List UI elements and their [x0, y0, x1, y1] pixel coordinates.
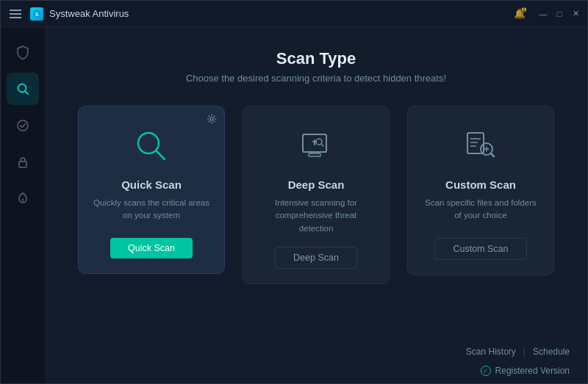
app-logo: S: [30, 7, 43, 21]
svg-text:S: S: [35, 12, 39, 17]
quick-scan-title: Quick Scan: [121, 178, 182, 191]
registered-icon: ✓: [481, 366, 491, 376]
svg-point-6: [210, 117, 213, 120]
minimize-button[interactable]: —: [537, 8, 549, 20]
footer-bottom: ✓ Registered Version: [45, 363, 587, 383]
svg-point-3: [18, 120, 28, 131]
quick-scan-button[interactable]: Quick Scan: [110, 238, 193, 258]
footer-divider: |: [523, 347, 526, 357]
quick-scan-card: Quick Scan Quickly scans the critical ar…: [78, 106, 225, 274]
sidebar-item-lock[interactable]: [7, 146, 39, 178]
deep-scan-title: Deep Scan: [288, 178, 345, 191]
svg-line-21: [491, 153, 494, 156]
app-title: Systweak Antivirus: [49, 8, 129, 19]
page-header: Scan Type Choose the desired scanning cr…: [45, 27, 587, 98]
custom-scan-button[interactable]: Custom Scan: [434, 238, 526, 260]
quick-scan-icon: [129, 124, 173, 168]
page-title: Scan Type: [45, 49, 587, 68]
page-subtitle: Choose the desired scanning criteria to …: [45, 73, 587, 84]
custom-scan-title: Custom Scan: [445, 178, 516, 191]
quick-scan-settings-icon[interactable]: [207, 114, 217, 124]
svg-point-1: [18, 84, 26, 93]
custom-scan-icon: [459, 124, 503, 168]
sidebar: [1, 27, 45, 383]
svg-line-2: [26, 92, 29, 95]
title-bar-right: 1 — □ ✕: [511, 5, 581, 23]
title-bar: S Systweak Antivirus 1 — □ ✕: [1, 1, 587, 27]
title-bar-left: S Systweak Antivirus: [7, 7, 129, 21]
svg-rect-11: [309, 153, 320, 156]
quick-scan-desc: Quickly scans the critical areas on your…: [93, 197, 209, 226]
deep-scan-card: Deep Scan Intensive scanning for compreh…: [243, 106, 390, 284]
deep-scan-desc: Intensive scanning for comprehensive thr…: [258, 197, 374, 235]
custom-scan-card: Custom Scan Scan specific files and fold…: [407, 106, 554, 275]
sidebar-item-boost[interactable]: [7, 183, 39, 215]
svg-line-15: [321, 144, 323, 146]
schedule-link[interactable]: Schedule: [533, 347, 570, 357]
content-area: Scan Type Choose the desired scanning cr…: [45, 27, 587, 383]
custom-scan-desc: Scan specific files and folders of your …: [423, 197, 539, 226]
sidebar-item-scan[interactable]: [7, 73, 39, 105]
notification-count: 1: [521, 7, 527, 12]
main-layout: Scan Type Choose the desired scanning cr…: [1, 27, 587, 383]
deep-scan-button[interactable]: Deep Scan: [275, 247, 357, 269]
content-footer: Scan History | Schedule: [45, 338, 587, 363]
scan-history-link[interactable]: Scan History: [466, 347, 516, 357]
svg-line-8: [156, 151, 165, 159]
sidebar-item-shield[interactable]: [7, 36, 39, 68]
close-button[interactable]: ✕: [570, 8, 581, 20]
deep-scan-icon: [294, 124, 338, 168]
scan-cards-container: Quick Scan Quickly scans the critical ar…: [45, 98, 587, 338]
hamburger-menu-icon[interactable]: [7, 7, 24, 21]
svg-rect-4: [19, 162, 26, 167]
app-window: S Systweak Antivirus 1 — □ ✕: [0, 0, 588, 384]
sidebar-item-protection[interactable]: [7, 109, 39, 142]
maximize-button[interactable]: □: [553, 8, 565, 20]
window-controls: — □ ✕: [537, 8, 581, 20]
notification-button[interactable]: 1: [511, 5, 528, 23]
registered-text: Registered Version: [495, 366, 570, 376]
